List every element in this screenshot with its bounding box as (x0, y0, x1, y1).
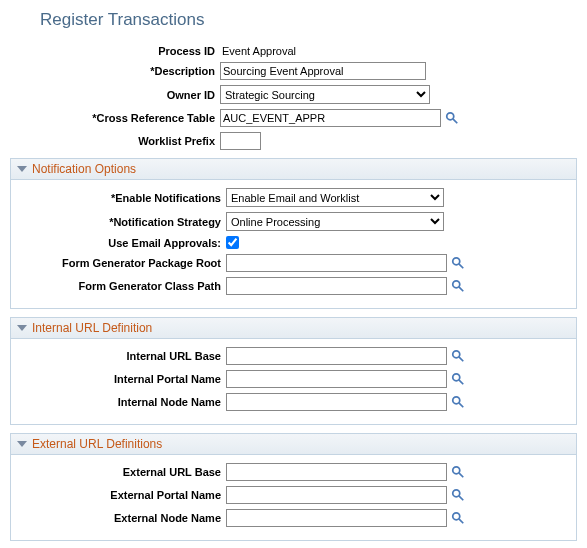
internal-url-base-label: Internal URL Base (16, 350, 226, 362)
internal-portal-label: Internal Portal Name (16, 373, 226, 385)
collapse-icon (17, 325, 27, 331)
internal-url-header-text: Internal URL Definition (32, 321, 152, 335)
internal-portal-input[interactable] (226, 370, 447, 388)
external-node-label: External Node Name (16, 512, 226, 524)
xref-label: *Cross Reference Table (10, 112, 220, 124)
svg-point-16 (453, 513, 460, 520)
svg-point-2 (453, 258, 460, 265)
page-title: Register Transactions (40, 10, 577, 30)
svg-line-13 (459, 473, 463, 477)
svg-line-3 (459, 264, 463, 268)
external-node-input[interactable] (226, 509, 447, 527)
external-url-base-label: External URL Base (16, 466, 226, 478)
external-url-header-text: External URL Definitions (32, 437, 162, 451)
collapse-icon (17, 441, 27, 447)
owner-id-select[interactable]: Strategic Sourcing (220, 85, 430, 104)
svg-point-10 (453, 397, 460, 404)
lookup-icon[interactable] (451, 372, 465, 386)
email-approvals-label: Use Email Approvals: (16, 237, 226, 249)
internal-url-header[interactable]: Internal URL Definition (11, 318, 576, 339)
external-url-section: External URL Definitions External URL Ba… (10, 433, 577, 541)
svg-point-6 (453, 351, 460, 358)
lookup-icon[interactable] (451, 395, 465, 409)
svg-point-12 (453, 467, 460, 474)
internal-url-base-input[interactable] (226, 347, 447, 365)
internal-node-label: Internal Node Name (16, 396, 226, 408)
svg-point-4 (453, 281, 460, 288)
notif-strategy-label: *Notification Strategy (16, 216, 226, 228)
lookup-icon[interactable] (451, 465, 465, 479)
pkg-root-input[interactable] (226, 254, 447, 272)
notification-section: Notification Options *Enable Notificatio… (10, 158, 577, 309)
enable-notif-select[interactable]: Enable Email and Worklist (226, 188, 444, 207)
email-approvals-checkbox[interactable] (226, 236, 239, 249)
svg-line-11 (459, 403, 463, 407)
notification-header[interactable]: Notification Options (11, 159, 576, 180)
notification-header-text: Notification Options (32, 162, 136, 176)
class-path-input[interactable] (226, 277, 447, 295)
external-url-base-input[interactable] (226, 463, 447, 481)
svg-point-0 (447, 113, 454, 120)
worklist-prefix-label: Worklist Prefix (10, 135, 220, 147)
lookup-icon[interactable] (451, 256, 465, 270)
class-path-label: Form Generator Class Path (16, 280, 226, 292)
svg-line-9 (459, 380, 463, 384)
process-id-label: Process ID (10, 45, 220, 57)
lookup-icon[interactable] (445, 111, 459, 125)
owner-id-label: Owner ID (10, 89, 220, 101)
notif-strategy-select[interactable]: Online Processing (226, 212, 444, 231)
process-id-value: Event Approval (220, 45, 296, 57)
description-label: *Description (10, 65, 220, 77)
external-url-header[interactable]: External URL Definitions (11, 434, 576, 455)
pkg-root-label: Form Generator Package Root (16, 257, 226, 269)
lookup-icon[interactable] (451, 279, 465, 293)
lookup-icon[interactable] (451, 511, 465, 525)
svg-point-8 (453, 374, 460, 381)
internal-node-input[interactable] (226, 393, 447, 411)
worklist-prefix-input[interactable] (220, 132, 261, 150)
external-portal-label: External Portal Name (16, 489, 226, 501)
external-portal-input[interactable] (226, 486, 447, 504)
svg-line-1 (453, 119, 457, 123)
svg-point-14 (453, 490, 460, 497)
xref-input[interactable] (220, 109, 441, 127)
internal-url-section: Internal URL Definition Internal URL Bas… (10, 317, 577, 425)
lookup-icon[interactable] (451, 488, 465, 502)
lookup-icon[interactable] (451, 349, 465, 363)
collapse-icon (17, 166, 27, 172)
svg-line-7 (459, 357, 463, 361)
enable-notif-label: *Enable Notifications (16, 192, 226, 204)
description-input[interactable] (220, 62, 426, 80)
svg-line-17 (459, 519, 463, 523)
svg-line-5 (459, 287, 463, 291)
svg-line-15 (459, 496, 463, 500)
